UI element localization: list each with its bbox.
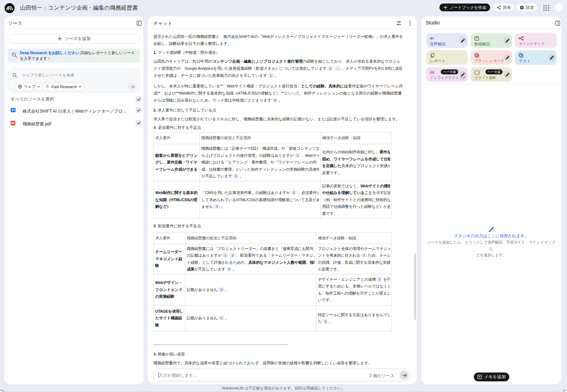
svg-text:PDF: PDF [12, 122, 15, 124]
